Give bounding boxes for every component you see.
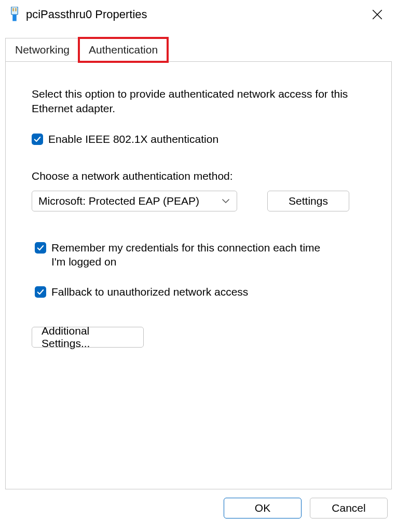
choose-method-label: Choose a network authentication method: — [32, 170, 365, 182]
remember-credentials-checkbox[interactable] — [35, 242, 46, 254]
tab-strip: Networking Authentication — [5, 34, 392, 61]
settings-button[interactable]: Settings — [267, 191, 349, 211]
button-label: Additional Settings... — [42, 325, 134, 350]
window-title: pciPassthru0 Properties — [26, 8, 366, 21]
fallback-label: Fallback to unauthorized network access — [51, 285, 248, 299]
client-area: Networking Authentication Select this op… — [0, 29, 397, 532]
ok-button[interactable]: OK — [224, 498, 302, 518]
enable-8021x-checkbox[interactable] — [32, 134, 43, 145]
tab-page-authentication: Select this option to provide authentica… — [5, 61, 392, 489]
cancel-button[interactable]: Cancel — [310, 498, 388, 518]
tab-authentication[interactable]: Authentication — [79, 38, 168, 62]
enable-8021x-label: Enable IEEE 802.1X authentication — [48, 132, 218, 146]
checkmark-icon — [37, 288, 44, 296]
remember-credentials-row: Remember my credentials for this connect… — [32, 241, 322, 269]
checkmark-icon — [34, 136, 41, 143]
close-icon — [372, 9, 382, 20]
remember-credentials-label: Remember my credentials for this connect… — [51, 241, 322, 269]
tab-label: Networking — [15, 44, 70, 56]
titlebar: pciPassthru0 Properties — [0, 0, 397, 29]
adapter-icon — [9, 7, 20, 22]
button-label: OK — [255, 502, 270, 514]
svg-rect-1 — [12, 8, 14, 11]
chevron-down-icon — [221, 196, 230, 206]
tab-label: Authentication — [89, 44, 158, 56]
additional-settings-button[interactable]: Additional Settings... — [32, 327, 144, 348]
page-description: Select this option to provide authentica… — [32, 87, 348, 116]
svg-rect-2 — [15, 8, 17, 11]
fallback-checkbox[interactable] — [35, 286, 46, 298]
tab-networking[interactable]: Networking — [5, 38, 79, 62]
auth-method-selected: Microsoft: Protected EAP (PEAP) — [38, 195, 221, 207]
checkmark-icon — [37, 244, 44, 251]
button-label: Cancel — [332, 502, 365, 514]
method-row: Microsoft: Protected EAP (PEAP) Settings — [32, 191, 365, 211]
button-label: Settings — [289, 195, 328, 207]
fallback-row: Fallback to unauthorized network access — [32, 285, 322, 299]
svg-rect-0 — [11, 7, 18, 15]
svg-rect-3 — [12, 15, 17, 21]
enable-8021x-row: Enable IEEE 802.1X authentication — [32, 132, 365, 146]
close-button[interactable] — [366, 3, 389, 26]
auth-method-dropdown[interactable]: Microsoft: Protected EAP (PEAP) — [32, 191, 237, 211]
dialog-footer: OK Cancel — [5, 489, 392, 527]
